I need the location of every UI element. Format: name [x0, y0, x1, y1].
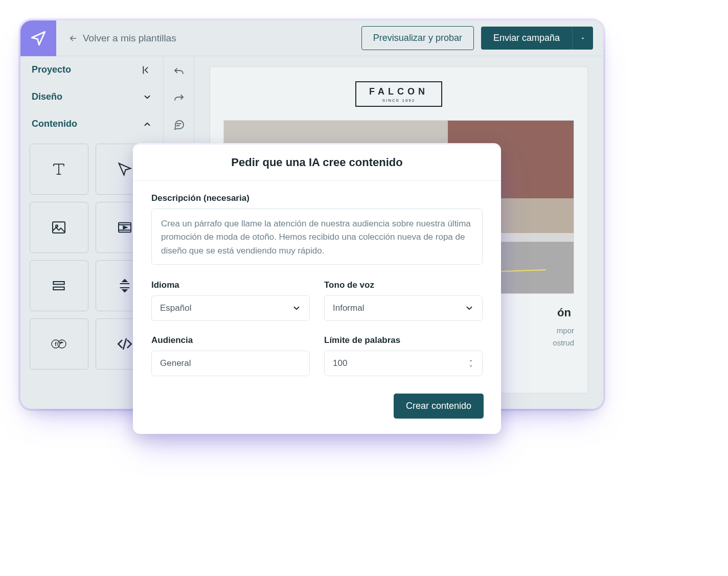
wordlimit-label: Límite de palabras — [324, 335, 483, 345]
create-content-button[interactable]: Crear contenido — [394, 394, 484, 419]
ai-content-modal: Pedir que una IA cree contenido Descripc… — [133, 143, 501, 434]
content-block-columns[interactable] — [30, 260, 88, 311]
spacer-icon — [117, 278, 133, 294]
code-icon — [116, 335, 133, 353]
image-icon — [51, 219, 67, 236]
svg-point-7 — [58, 340, 66, 348]
number-stepper[interactable] — [468, 359, 474, 368]
tone-value: Informal — [333, 303, 364, 313]
undo-icon — [173, 65, 185, 78]
undo-button[interactable] — [173, 65, 185, 78]
send-campaign-split-button: Enviar campaña — [481, 27, 593, 50]
collapse-left-icon — [142, 65, 152, 75]
social-icon: f — [50, 338, 68, 350]
chevron-down-icon — [468, 364, 474, 368]
language-select[interactable]: Español — [151, 295, 310, 321]
chevron-up-icon — [468, 359, 474, 363]
redo-button[interactable] — [173, 92, 185, 104]
comment-icon — [173, 119, 185, 131]
chevron-down-icon — [143, 93, 152, 102]
topbar: Volver a mis plantillas Previsualizar y … — [20, 20, 603, 56]
audience-label: Audiencia — [151, 335, 310, 345]
brand-logo: FALCON SINCE 1892 — [355, 81, 442, 107]
description-label: Descripción (necesaria) — [151, 193, 483, 203]
svg-rect-4 — [54, 287, 64, 290]
send-icon — [30, 30, 47, 47]
text-icon — [50, 160, 67, 178]
brand-subtitle: SINCE 1892 — [361, 98, 436, 103]
content-label: Contenido — [32, 119, 77, 129]
arrow-left-icon — [69, 34, 78, 43]
chevron-down-icon — [292, 304, 301, 313]
columns-icon — [51, 278, 67, 294]
tone-label: Tono de voz — [324, 280, 483, 290]
design-label: Diseño — [32, 91, 62, 102]
back-to-templates-link[interactable]: Volver a mis plantillas — [56, 33, 176, 44]
svg-rect-0 — [53, 222, 65, 233]
modal-title: Pedir que una IA cree contenido — [133, 145, 501, 180]
back-label: Volver a mis plantillas — [83, 33, 176, 44]
video-icon — [117, 219, 133, 236]
brand-name: FALCON — [361, 86, 436, 97]
wordlimit-value: 100 — [333, 358, 347, 368]
chevron-up-icon — [143, 120, 152, 129]
content-block-image[interactable] — [30, 202, 88, 253]
send-campaign-button[interactable]: Enviar campaña — [481, 27, 572, 50]
content-block-text[interactable] — [30, 144, 88, 195]
caret-down-icon — [580, 35, 586, 41]
tone-select[interactable]: Informal — [324, 295, 483, 321]
app-logo[interactable] — [20, 20, 56, 56]
chevron-down-icon — [465, 304, 474, 313]
sidebar-section-design[interactable]: Diseño — [20, 83, 163, 110]
send-campaign-dropdown[interactable] — [572, 27, 593, 50]
comment-button[interactable] — [173, 119, 185, 131]
sidebar-section-content[interactable]: Contenido — [20, 110, 163, 137]
project-label: Proyecto — [32, 64, 71, 75]
language-value: Español — [160, 303, 191, 313]
audience-value: General — [160, 358, 191, 368]
sidebar-section-project[interactable]: Proyecto — [20, 56, 163, 83]
audience-input[interactable]: General — [151, 351, 310, 376]
svg-text:f: f — [55, 341, 57, 347]
language-label: Idioma — [151, 280, 310, 290]
description-input[interactable] — [151, 209, 483, 265]
content-block-social[interactable]: f — [30, 318, 88, 370]
redo-icon — [173, 92, 185, 104]
wordlimit-input[interactable]: 100 — [324, 351, 483, 376]
preview-button[interactable]: Previsualizar y probar — [361, 26, 474, 50]
svg-rect-3 — [54, 282, 64, 284]
cursor-icon — [116, 160, 133, 178]
